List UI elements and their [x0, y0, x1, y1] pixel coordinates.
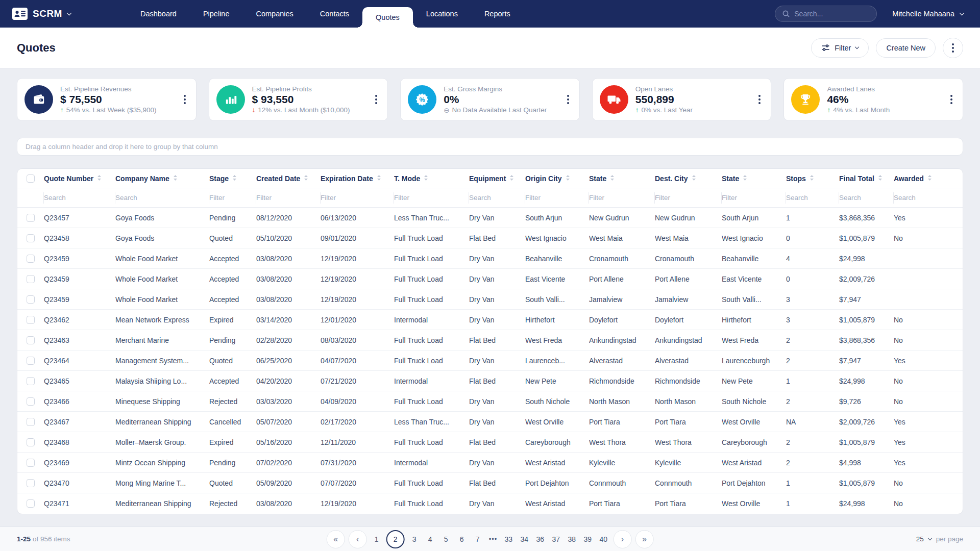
search-input[interactable] [794, 10, 870, 18]
global-search[interactable] [775, 6, 877, 22]
filter-input-state[interactable] [589, 194, 649, 202]
row-checkbox[interactable] [27, 499, 35, 508]
filter-input-origin-city[interactable] [525, 194, 583, 202]
column-header-awarded[interactable]: Awarded [894, 174, 963, 183]
create-new-button[interactable]: Create New [876, 38, 936, 58]
page-button-33[interactable]: 33 [502, 535, 514, 543]
nav-item-pipeline[interactable]: Pipeline [190, 0, 243, 28]
page-button-4[interactable]: 4 [424, 535, 436, 543]
filter-input-expiration-date[interactable] [321, 194, 388, 202]
table-row[interactable]: Q23463Merchant MarinePending02/28/202008… [17, 330, 963, 350]
row-checkbox[interactable] [27, 336, 35, 344]
table-row[interactable]: Q23466Minequese ShippingRejected03/03/20… [17, 391, 963, 412]
column-header-t-mode[interactable]: T. Mode [394, 174, 469, 183]
page-button-3[interactable]: 3 [408, 535, 421, 543]
page-button-37[interactable]: 37 [550, 535, 562, 543]
filter-input-state[interactable] [722, 194, 780, 202]
column-header-state[interactable]: State [722, 174, 786, 183]
row-checkbox[interactable] [27, 438, 35, 446]
table-row[interactable]: Q23470Mong Ming Marine T...Quoted05/09/2… [17, 473, 963, 493]
page-button-7[interactable]: 7 [472, 535, 484, 543]
kpi-menu-button[interactable] [372, 92, 380, 107]
next-page-button[interactable]: › [613, 530, 631, 548]
kpi-menu-button[interactable] [755, 92, 764, 107]
select-all-checkbox[interactable] [27, 174, 35, 183]
page-button-36[interactable]: 36 [534, 535, 546, 543]
page-button-38[interactable]: 38 [566, 535, 578, 543]
last-page-button[interactable]: » [635, 530, 653, 548]
row-checkbox[interactable] [27, 295, 35, 304]
row-checkbox[interactable] [27, 357, 35, 365]
filter-input-created-date[interactable] [256, 194, 315, 202]
kpi-menu-button[interactable] [564, 92, 572, 107]
filter-input-final-total[interactable] [839, 194, 888, 202]
filter-input-t-mode[interactable] [394, 194, 463, 202]
row-checkbox[interactable] [27, 479, 35, 487]
cell-t-mode: Full Truck Load [394, 255, 469, 263]
more-options-button[interactable] [943, 38, 963, 58]
kpi-menu-button[interactable] [181, 92, 189, 107]
filter-input-dest-city[interactable] [655, 194, 716, 202]
row-checkbox[interactable] [27, 214, 35, 222]
filter-input-equipment[interactable] [469, 194, 520, 202]
nav-item-contacts[interactable]: Contacts [307, 0, 362, 28]
kpi-menu-button[interactable] [947, 92, 955, 107]
row-checkbox[interactable] [27, 316, 35, 324]
page-button-40[interactable]: 40 [597, 535, 609, 543]
page-button-34[interactable]: 34 [518, 535, 530, 543]
nav-item-locations[interactable]: Locations [413, 0, 471, 28]
filter-input-stage[interactable] [209, 194, 251, 202]
column-header-company-name[interactable]: Company Name [115, 174, 209, 183]
table-row[interactable]: Q23467Mediterranean ShippingCancelled05/… [17, 412, 963, 432]
column-header-created-date[interactable]: Created Date [256, 174, 321, 183]
nav-item-quotes[interactable]: Quotes [362, 7, 413, 28]
filter-input-company-name[interactable] [115, 194, 204, 202]
table-row[interactable]: Q23468Moller–Maersk Group.Expired05/16/2… [17, 432, 963, 453]
nav-item-companies[interactable]: Companies [242, 0, 306, 28]
first-page-button[interactable]: « [327, 530, 345, 548]
row-checkbox[interactable] [27, 377, 35, 385]
page-button-1[interactable]: 1 [371, 535, 383, 543]
column-header-origin-city[interactable]: Origin City [525, 174, 589, 183]
column-header-final-total[interactable]: Final Total [839, 174, 894, 183]
page-button-2[interactable]: 2 [386, 530, 405, 548]
brand[interactable]: SCRM [12, 8, 71, 20]
page-button-6[interactable]: 6 [456, 535, 468, 543]
row-checkbox[interactable] [27, 397, 35, 406]
filter-button[interactable]: Filter [811, 38, 869, 58]
page-button-5[interactable]: 5 [440, 535, 452, 543]
page-button-39[interactable]: 39 [581, 535, 594, 543]
user-menu[interactable]: Mitchelle Mahaana [892, 10, 964, 18]
row-checkbox[interactable] [27, 418, 35, 426]
column-header-dest-city[interactable]: Dest. City [655, 174, 722, 183]
filter-input-quote-number[interactable] [44, 194, 110, 202]
filter-input-awarded[interactable] [894, 194, 958, 202]
row-checkbox[interactable] [27, 255, 35, 263]
table-row[interactable]: Q23469Mintz Ocean ShippingPending07/02/2… [17, 453, 963, 473]
group-by-drop-zone[interactable]: Drag a column header and drop it here to… [17, 138, 963, 156]
table-row[interactable]: Q23458Goya FoodsQuoted05/10/202009/01/20… [17, 228, 963, 248]
table-row[interactable]: Q23465Malaysia Shiiping Lo...Accepted04/… [17, 371, 963, 391]
nav-item-reports[interactable]: Reports [471, 0, 524, 28]
filter-input-stops[interactable] [786, 194, 834, 202]
table-row[interactable]: Q23464Management System...Quoted06/25/20… [17, 350, 963, 371]
nav-item-dashboard[interactable]: Dashboard [127, 0, 190, 28]
table-row[interactable]: Q23462Mean Network ExpressExpired03/14/2… [17, 310, 963, 330]
table-row[interactable]: Q23471Mediterranean ShippingRejected03/0… [17, 493, 963, 514]
table-row[interactable]: Q23459Whole Food MarketAccepted03/08/202… [17, 269, 963, 289]
column-header-quote-number[interactable]: Quote Number [44, 174, 115, 183]
column-header-expiration-date[interactable]: Expiration Date [321, 174, 394, 183]
column-header-stage[interactable]: Stage [209, 174, 256, 183]
column-header-stops[interactable]: Stops [786, 174, 839, 183]
table-row[interactable]: Q23459Whole Food MarketAccepted03/08/202… [17, 289, 963, 310]
row-checkbox[interactable] [27, 275, 35, 283]
table-row[interactable]: Q23459Whole Food MarketAccepted03/08/202… [17, 248, 963, 269]
row-checkbox[interactable] [27, 234, 35, 242]
row-checkbox[interactable] [27, 459, 35, 467]
per-page-select[interactable]: 25 per page [916, 535, 963, 543]
column-header-state[interactable]: State [589, 174, 655, 183]
pager-ellipsis[interactable]: ••• [487, 535, 499, 543]
table-row[interactable]: Q23457Goya FoodsPending08/12/202006/13/2… [17, 208, 963, 228]
prev-page-button[interactable]: ‹ [349, 530, 367, 548]
column-header-equipment[interactable]: Equipment [469, 174, 525, 183]
